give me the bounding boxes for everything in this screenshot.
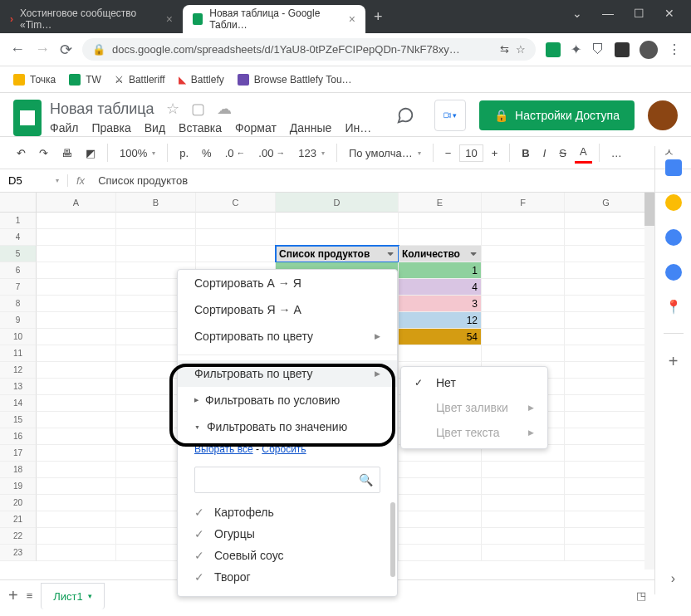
cell[interactable] [482, 511, 565, 528]
cloud-icon[interactable]: ☁ [217, 100, 232, 118]
reload-button[interactable]: ⟳ [60, 41, 72, 59]
column-header[interactable]: D [276, 193, 399, 213]
cell[interactable] [565, 213, 648, 229]
cell[interactable] [37, 229, 116, 246]
cell[interactable] [37, 495, 116, 511]
cell[interactable] [482, 545, 565, 561]
row-header[interactable]: 23 [0, 545, 37, 561]
cell[interactable] [37, 345, 116, 362]
cell[interactable] [565, 395, 648, 412]
cell[interactable] [196, 213, 276, 229]
menu-view[interactable]: Вид [145, 121, 165, 134]
bookmark-item[interactable]: Browse Battlefy Tou… [238, 74, 352, 86]
cell[interactable] [565, 445, 648, 462]
row-header[interactable]: 5 [0, 246, 37, 262]
back-button[interactable]: ← [10, 41, 25, 58]
cell[interactable] [565, 246, 648, 262]
percent-button[interactable]: % [197, 144, 217, 163]
comments-button[interactable] [390, 100, 421, 131]
cell[interactable] [37, 279, 116, 296]
cell[interactable] [482, 262, 565, 279]
minimize-icon[interactable]: — [602, 7, 614, 20]
cell[interactable] [399, 528, 482, 545]
cell[interactable] [565, 545, 648, 561]
move-icon[interactable]: ▢ [191, 100, 205, 118]
column-header[interactable]: C [196, 193, 276, 213]
close-icon[interactable]: × [349, 12, 355, 26]
share-button[interactable]: 🔒 Настройки Доступа [479, 100, 635, 130]
row-header[interactable]: 18 [0, 462, 37, 478]
cell[interactable] [37, 296, 116, 312]
cell[interactable] [399, 545, 482, 561]
bookmark-item[interactable]: Точка [13, 74, 56, 86]
cell[interactable] [399, 345, 482, 362]
increase-decimal-button[interactable]: .00→ [253, 144, 290, 163]
menu-data[interactable]: Данные [290, 121, 332, 134]
cell[interactable] [482, 329, 565, 345]
undo-button[interactable]: ↶ [12, 144, 31, 163]
cell[interactable] [482, 478, 565, 495]
select-all-corner[interactable] [0, 193, 37, 213]
cell[interactable] [565, 528, 648, 545]
reset-link[interactable]: Сбросить [262, 443, 306, 455]
cell[interactable] [482, 312, 565, 329]
row-header[interactable]: 13 [0, 379, 37, 395]
paint-format-button[interactable]: ◩ [81, 144, 100, 163]
cell[interactable] [399, 511, 482, 528]
cell[interactable] [196, 246, 276, 262]
text-color-button[interactable]: A [575, 142, 592, 164]
submenu-fill-color[interactable]: Цвет заливки▶ [401, 395, 547, 420]
cell[interactable] [565, 262, 648, 279]
maximize-icon[interactable]: ☐ [634, 7, 644, 20]
column-header[interactable]: E [399, 193, 482, 213]
cell[interactable] [37, 528, 116, 545]
cell[interactable] [37, 412, 116, 428]
cell[interactable] [37, 246, 116, 262]
translate-icon[interactable]: ⇆ [500, 43, 509, 56]
cell[interactable] [482, 279, 565, 296]
cell[interactable] [37, 545, 116, 561]
sort-az-item[interactable]: Сортировать А → Я [178, 270, 397, 296]
zoom-select[interactable]: 100% [115, 144, 160, 163]
chevron-down-icon[interactable]: ⌄ [572, 7, 582, 20]
keep-icon[interactable] [665, 194, 682, 211]
menu-edit[interactable]: Правка [91, 121, 130, 134]
cell[interactable] [399, 213, 482, 229]
row-header[interactable]: 21 [0, 511, 37, 528]
menu-insert[interactable]: Вставка [179, 121, 222, 134]
cell[interactable] [482, 345, 565, 362]
cell[interactable]: 3 [399, 296, 482, 312]
cell[interactable] [565, 362, 648, 379]
bookmark-item[interactable]: TW [69, 74, 101, 86]
cell[interactable] [565, 478, 648, 495]
cell[interactable] [37, 312, 116, 329]
row-header[interactable]: 11 [0, 345, 37, 362]
cell[interactable]: 4 [399, 279, 482, 296]
cell[interactable] [37, 428, 116, 445]
contacts-icon[interactable] [665, 264, 682, 281]
meet-button[interactable]: ▾ [434, 100, 466, 131]
sort-za-item[interactable]: Сортировать Я → А [178, 296, 397, 323]
font-select[interactable]: По умолча… [344, 144, 426, 163]
cell[interactable] [565, 312, 648, 329]
cell[interactable] [565, 511, 648, 528]
sort-by-color-item[interactable]: Сортировать по цвету▶ [178, 323, 397, 350]
cell[interactable] [37, 262, 116, 279]
close-icon[interactable]: × [166, 12, 173, 26]
row-header[interactable]: 19 [0, 478, 37, 495]
font-size-input[interactable]: 10 [459, 144, 483, 162]
menu-more[interactable]: Ин… [345, 121, 371, 134]
new-tab-button[interactable]: + [365, 8, 391, 26]
cell[interactable] [276, 213, 399, 229]
cell[interactable] [565, 229, 648, 246]
select-all-link[interactable]: Выбрать все [194, 443, 253, 455]
forward-button[interactable]: → [35, 41, 50, 58]
cell[interactable] [482, 528, 565, 545]
submenu-text-color[interactable]: Цвет текста▶ [401, 420, 547, 445]
cell[interactable]: 54 [399, 329, 482, 345]
bold-button[interactable]: B [517, 144, 534, 163]
vertical-scrollbar[interactable] [644, 193, 654, 570]
row-header[interactable]: 10 [0, 329, 37, 345]
tasks-icon[interactable] [665, 229, 682, 246]
calendar-icon[interactable] [665, 159, 682, 176]
